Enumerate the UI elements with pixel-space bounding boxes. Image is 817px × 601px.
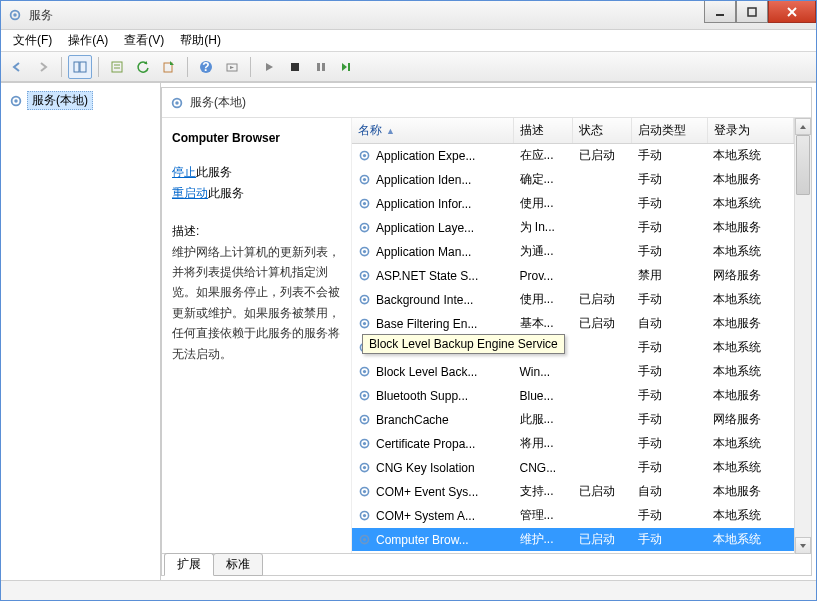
window-title: 服务 (29, 7, 53, 24)
help-button[interactable]: ? (194, 55, 218, 79)
close-button[interactable] (768, 1, 816, 23)
cell-startup: 手动 (632, 192, 707, 216)
cell-name: Background Inte... (376, 293, 473, 307)
view-tabs: 扩展 标准 (162, 553, 811, 575)
restart-service-line: 重启动此服务 (172, 183, 341, 203)
table-row[interactable]: BranchCache此服...手动网络服务 (352, 408, 794, 432)
svg-point-34 (363, 274, 366, 277)
vertical-scrollbar[interactable] (794, 118, 811, 554)
titlebar[interactable]: 服务 (1, 1, 816, 30)
show-hide-tree-button[interactable] (68, 55, 92, 79)
cell-name: Application Iden... (376, 173, 471, 187)
table-row[interactable]: Credential Mana...为用...手动本地系统 (352, 552, 794, 555)
table-row[interactable]: Block Level Back...Win...手动本地系统 (352, 360, 794, 384)
svg-text:?: ? (202, 60, 209, 74)
col-startup[interactable]: 启动类型 (632, 118, 707, 144)
table-row[interactable]: Certificate Propa...将用...手动本地系统 (352, 432, 794, 456)
cell-status (573, 240, 632, 264)
svg-point-38 (363, 322, 366, 325)
scroll-up-button[interactable] (795, 118, 811, 135)
left-tree-pane[interactable]: 服务(本地) (1, 83, 161, 580)
service-list-scroll[interactable]: 名称▲ 描述 状态 启动类型 登录为 Application Expe...在应… (352, 118, 794, 554)
cell-startup: 手动 (632, 384, 707, 408)
menu-action[interactable]: 操作(A) (60, 30, 116, 51)
cell-name: ASP.NET State S... (376, 269, 478, 283)
tree-root-item[interactable]: 服务(本地) (5, 89, 156, 112)
forward-button[interactable] (31, 55, 55, 79)
cell-logon: 本地系统 (707, 432, 793, 456)
svg-point-48 (363, 442, 366, 445)
table-row[interactable]: Application Man...为通...手动本地系统 (352, 240, 794, 264)
table-row[interactable]: Background Inte...使用...已启动手动本地系统 (352, 288, 794, 312)
refresh-button[interactable] (131, 55, 155, 79)
svg-rect-8 (112, 62, 122, 72)
table-row[interactable]: Base Filtering En...基本...已启动自动本地服务 (352, 312, 794, 336)
cell-logon: 本地服务 (707, 168, 793, 192)
cell-startup: 手动 (632, 552, 707, 555)
col-logon[interactable]: 登录为 (707, 118, 793, 144)
cell-desc: 基本... (514, 312, 573, 336)
gear-icon (9, 94, 23, 108)
cell-startup: 自动 (632, 312, 707, 336)
menu-view[interactable]: 查看(V) (116, 30, 172, 51)
detail-panel: Computer Browser 停止此服务 重启动此服务 描述: 维护网络上计… (162, 118, 352, 554)
table-row[interactable]: Application Infor...使用...手动本地系统 (352, 192, 794, 216)
table-row[interactable]: Bluetooth Supp...Blue...手动本地服务 (352, 384, 794, 408)
svg-point-54 (363, 514, 366, 517)
cell-desc: 为 In... (514, 216, 573, 240)
cell-name: Application Man... (376, 245, 471, 259)
back-button[interactable] (5, 55, 29, 79)
cell-desc: 管理... (514, 504, 573, 528)
col-status[interactable]: 状态 (573, 118, 632, 144)
gear-icon (358, 149, 372, 162)
tab-standard[interactable]: 标准 (213, 553, 263, 576)
tab-extended[interactable]: 扩展 (164, 553, 214, 576)
col-desc[interactable]: 描述 (514, 118, 573, 144)
table-row[interactable]: ASP.NET State S...Prov...禁用网络服务 (352, 264, 794, 288)
cell-startup: 手动 (632, 336, 707, 360)
scroll-thumb[interactable] (796, 135, 810, 195)
action-button[interactable] (220, 55, 244, 79)
col-name[interactable]: 名称▲ (352, 118, 514, 144)
table-row[interactable]: COM+ Event Sys...支持...已启动自动本地服务 (352, 480, 794, 504)
toolbar-separator (187, 57, 188, 77)
cell-startup: 手动 (632, 144, 707, 168)
gear-icon (358, 461, 372, 474)
cell-logon: 本地系统 (707, 504, 793, 528)
minimize-button[interactable] (704, 1, 736, 23)
table-row[interactable]: Application Laye...为 In...手动本地服务 (352, 216, 794, 240)
menu-help[interactable]: 帮助(H) (172, 30, 229, 51)
stop-service-button[interactable] (283, 55, 307, 79)
maximize-button[interactable] (736, 1, 768, 23)
scroll-down-button[interactable] (795, 537, 811, 554)
cell-desc: 此服... (514, 408, 573, 432)
cell-name: Application Expe... (376, 149, 475, 163)
cell-startup: 手动 (632, 288, 707, 312)
svg-point-52 (363, 490, 366, 493)
cell-status: 已启动 (573, 144, 632, 168)
table-row[interactable]: Computer Brow...维护...已启动手动本地系统 (352, 528, 794, 552)
pause-service-button[interactable] (309, 55, 333, 79)
cell-logon: 本地系统 (707, 456, 793, 480)
gear-icon (358, 485, 372, 498)
tooltip: Block Level Backup Engine Service (362, 334, 565, 354)
properties-button[interactable] (105, 55, 129, 79)
main-body: 服务(本地) 服务(本地) Computer Browser 停止此服务 重启动… (1, 82, 816, 580)
scroll-track[interactable] (795, 135, 811, 537)
cell-desc: 在应... (514, 144, 573, 168)
gear-icon (358, 245, 372, 258)
svg-point-32 (363, 250, 366, 253)
table-row[interactable]: Application Iden...确定...手动本地服务 (352, 168, 794, 192)
table-row[interactable]: CNG Key IsolationCNG...手动本地系统 (352, 456, 794, 480)
svg-rect-6 (74, 62, 79, 72)
menu-file[interactable]: 文件(F) (5, 30, 60, 51)
restart-link[interactable]: 重启动 (172, 186, 208, 200)
cell-logon: 本地系统 (707, 288, 793, 312)
stop-link[interactable]: 停止 (172, 165, 196, 179)
export-button[interactable] (157, 55, 181, 79)
table-row[interactable]: Application Expe...在应...已启动手动本地系统 (352, 144, 794, 168)
cell-logon: 本地系统 (707, 144, 793, 168)
restart-service-button[interactable] (335, 55, 359, 79)
table-row[interactable]: COM+ System A...管理...手动本地系统 (352, 504, 794, 528)
start-service-button[interactable] (257, 55, 281, 79)
